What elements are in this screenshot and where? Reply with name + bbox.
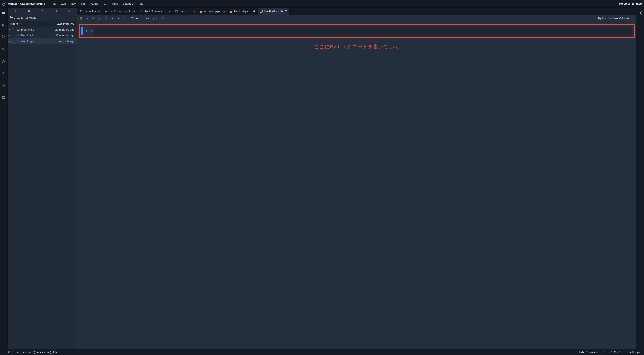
upload-icon[interactable] (40, 9, 45, 13)
git-text-icon[interactable]: git (152, 16, 158, 20)
notebook-file-icon (230, 10, 232, 12)
activity-bar (0, 8, 8, 349)
notebook-file-icon (260, 10, 262, 12)
status-bar: 0 3 Python 3 (Base Python) | Idle Mode: … (0, 349, 644, 355)
menu-edit[interactable]: Edit (58, 2, 68, 5)
tab[interactable]: Launcher× (77, 8, 102, 15)
svg-rect-20 (118, 18, 119, 19)
svg-point-4 (4, 36, 5, 37)
insert-cell-icon[interactable]: ＋ (86, 16, 89, 20)
tab-label: Untitled.ipynb (234, 10, 251, 13)
status-kernel[interactable]: Python 3 (Base Python) | Idle (22, 351, 58, 354)
flask-icon (140, 10, 143, 13)
status-instance-icon[interactable] (16, 351, 20, 354)
restart-icon[interactable] (123, 17, 126, 20)
settings-gear-icon[interactable] (638, 11, 642, 349)
close-icon[interactable]: × (193, 10, 195, 13)
file-row[interactable]: arrange.ipynb20 minutes ago (8, 27, 77, 33)
file-modified: 20 minutes ago (50, 28, 74, 31)
copy-icon[interactable] (98, 17, 101, 20)
chevron-down-icon: ⌄ (139, 16, 142, 20)
tab[interactable]: arrange.ipynb× (198, 8, 228, 15)
tab[interactable]: Untitled1.ipynb (258, 8, 290, 15)
menu-git[interactable]: Git (102, 2, 110, 5)
menu-help[interactable]: Help (135, 2, 146, 5)
experiments-icon[interactable] (2, 59, 6, 64)
notebook-file-icon (200, 10, 202, 12)
status-trusted-icon[interactable] (601, 351, 604, 354)
file-row[interactable]: Untitled1.ipynbseconds ago (8, 38, 77, 44)
launcher-icon (80, 10, 83, 13)
tabs-icon[interactable] (2, 95, 6, 100)
refresh-icon[interactable] (53, 9, 58, 13)
status-mode[interactable]: Mode: Command (578, 351, 598, 354)
file-modified: 32 minutes ago (50, 34, 74, 37)
kernel-name[interactable]: Python 3 (Base Python) (598, 16, 629, 20)
notebook-file-icon (12, 34, 15, 37)
close-icon[interactable]: × (223, 10, 225, 13)
notebook-file-icon (12, 40, 15, 43)
tab-bar: Launcher×Trial Component l×Trial Compone… (77, 8, 636, 15)
svg-rect-16 (99, 18, 101, 19)
menu-file[interactable]: File (50, 2, 58, 5)
code-cell[interactable]: [ ]: (82, 27, 632, 35)
new-launcher-icon[interactable]: ＋ (13, 9, 18, 13)
right-sidebar (636, 8, 644, 349)
cell-type-select[interactable]: Code⌄ (130, 16, 143, 20)
file-row[interactable]: Untitled.ipynb32 minutes ago (8, 33, 77, 38)
new-folder-icon[interactable] (26, 9, 32, 13)
svg-rect-25 (8, 351, 10, 353)
menu-view[interactable]: View (68, 2, 79, 5)
menu-tabs[interactable]: Tabs (110, 2, 120, 5)
paste-icon[interactable] (104, 17, 108, 20)
save-icon[interactable] (80, 17, 83, 20)
svg-point-23 (162, 18, 163, 19)
svg-rect-8 (3, 84, 4, 85)
column-modified[interactable]: Last Modified (46, 22, 77, 25)
breadcrumb[interactable]: / bank-marketing / (8, 14, 77, 20)
svg-point-26 (18, 352, 18, 353)
menu-run[interactable]: Run (79, 2, 88, 5)
svg-point-7 (4, 49, 5, 49)
notebook-toolbar: ＋ Code⌄ git Python 3 (Base Python) (77, 15, 636, 22)
tab[interactable]: Trial Component l× (138, 8, 173, 15)
cell-editor[interactable] (94, 27, 632, 35)
menu-kernel[interactable]: Kernel (88, 2, 102, 5)
file-browser-icon[interactable] (2, 11, 6, 15)
endpoints-icon[interactable] (2, 83, 6, 88)
camera-icon[interactable] (161, 17, 164, 20)
tab[interactable]: Launcher× (173, 8, 198, 15)
instance-icon[interactable] (146, 17, 149, 20)
close-icon[interactable]: × (168, 10, 170, 13)
sagemaker-logo-icon: ✲ (2, 2, 6, 6)
palette-icon[interactable] (2, 47, 6, 52)
tab[interactable]: Trial Component l× (102, 8, 137, 15)
svg-point-5 (3, 49, 3, 49)
status-ln-col[interactable]: Ln 1, Col 1 (608, 351, 620, 354)
close-icon[interactable]: × (98, 10, 100, 13)
cell-run-indicator (82, 27, 83, 35)
tools-icon[interactable] (2, 71, 6, 76)
svg-point-24 (640, 12, 641, 14)
status-errors[interactable]: 0 (3, 351, 4, 354)
kernel-status-icon[interactable] (631, 17, 634, 20)
breadcrumb-folder[interactable]: bank-marketing (16, 16, 37, 19)
notebook-body[interactable]: [ ]: ここにPythonのコードを書いていく (77, 22, 636, 349)
running-icon[interactable] (2, 23, 6, 27)
cell-type-label: Code (131, 16, 138, 20)
svg-point-1 (3, 24, 4, 26)
stop-icon[interactable] (117, 17, 120, 20)
run-icon[interactable] (111, 17, 114, 20)
git-icon[interactable] (2, 35, 6, 39)
close-icon[interactable]: × (133, 10, 135, 13)
git-clone-icon[interactable]: ◆ (67, 9, 72, 13)
status-terminals[interactable]: 3 (8, 351, 14, 354)
menu-settings[interactable]: Settings (120, 2, 135, 5)
tab[interactable]: Untitled.ipynb (228, 8, 258, 15)
status-filename[interactable]: Untitled1.ipynb (624, 351, 641, 354)
unsaved-dot-icon (253, 10, 255, 12)
cut-icon[interactable] (92, 17, 95, 20)
tab-label: Launcher (84, 10, 96, 13)
column-name[interactable]: Name▲ (8, 21, 46, 26)
cell-prompt: [ ]: (85, 27, 94, 35)
